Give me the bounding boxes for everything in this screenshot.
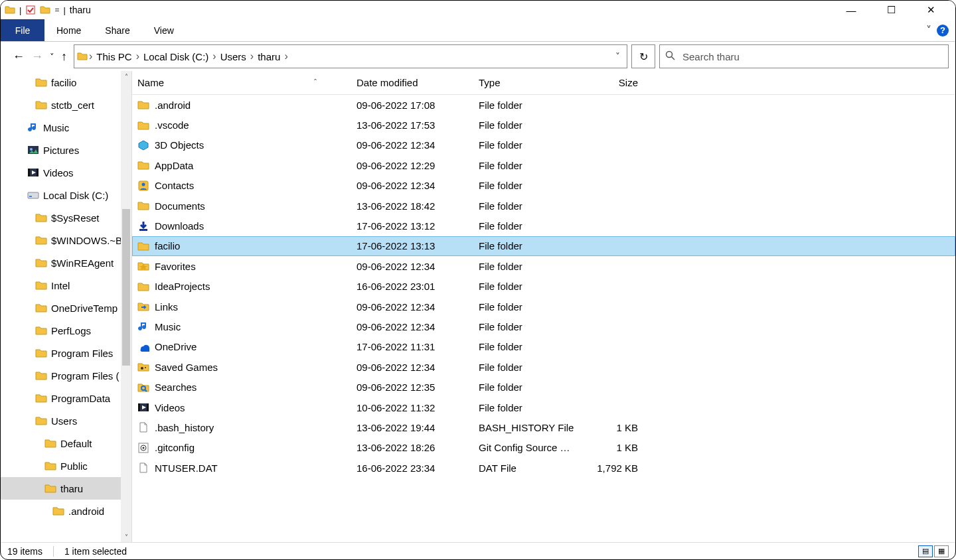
column-date[interactable]: Date modified xyxy=(357,77,479,88)
tree-item[interactable]: Users xyxy=(1,409,121,432)
nav-back-button[interactable]: ← xyxy=(13,50,25,64)
table-row[interactable]: Saved Games09-06-2022 12:34File folder xyxy=(132,357,955,377)
maximize-button[interactable]: ☐ xyxy=(880,2,902,18)
table-row[interactable]: Contacts09-06-2022 12:34File folder xyxy=(132,176,955,196)
breadcrumb-sep-icon[interactable]: › xyxy=(283,50,289,62)
title-bar[interactable]: | = | tharu — ☐ ✕ xyxy=(1,1,955,19)
table-row[interactable]: OneDrive17-06-2022 11:31File folder xyxy=(132,337,955,357)
breadcrumb-local-disk[interactable]: Local Disk (C:) xyxy=(141,51,211,62)
breadcrumb-sep-icon[interactable]: › xyxy=(88,50,94,62)
tree-item[interactable]: $WINDOWS.~B xyxy=(1,229,121,251)
refresh-button[interactable]: ↻ xyxy=(631,44,655,68)
table-row[interactable]: facilio17-06-2022 13:13File folder xyxy=(132,236,955,256)
tree-item[interactable]: PerfLogs xyxy=(1,319,121,342)
search-input[interactable]: Search tharu xyxy=(659,44,949,68)
close-button[interactable]: ✕ xyxy=(919,2,942,18)
breadcrumb-this-pc[interactable]: This PC xyxy=(94,51,134,62)
column-type[interactable]: Type xyxy=(479,77,581,88)
address-bar[interactable]: › This PC › Local Disk (C:) › Users › th… xyxy=(74,44,627,68)
cell-type: File folder xyxy=(479,119,581,131)
nav-forward-button[interactable]: → xyxy=(31,50,43,64)
tab-share[interactable]: Share xyxy=(93,19,141,41)
tree-item[interactable]: $WinREAgent xyxy=(1,251,121,274)
breadcrumb-sep-icon[interactable]: › xyxy=(211,50,217,62)
table-row[interactable]: .vscode13-06-2022 17:53File folder xyxy=(132,115,955,135)
table-row[interactable]: .android09-06-2022 17:08File folder xyxy=(132,95,955,115)
qat-dropdown[interactable]: = xyxy=(54,5,59,15)
tree-item[interactable]: Public xyxy=(1,455,121,477)
table-row[interactable]: Links09-06-2022 12:34File folder xyxy=(132,297,955,316)
column-name[interactable]: Name ˆ xyxy=(137,77,357,88)
table-row[interactable]: Documents13-06-2022 18:42File folder xyxy=(132,196,955,216)
tab-home[interactable]: Home xyxy=(44,19,93,41)
table-row[interactable]: Searches09-06-2022 12:35File folder xyxy=(132,377,955,397)
explorer-window: | = | tharu — ☐ ✕ File Home Share View ˅… xyxy=(0,0,956,560)
tree-item[interactable]: ProgramData xyxy=(1,387,121,409)
help-icon[interactable]: ? xyxy=(937,25,949,36)
nav-up-button[interactable]: ↑ xyxy=(61,50,67,64)
cell-date: 09-06-2022 12:35 xyxy=(357,382,479,393)
tree-item-label: Pictures xyxy=(43,145,79,156)
table-row[interactable]: NTUSER.DAT16-06-2022 23:34DAT File1,792 … xyxy=(132,458,955,478)
breadcrumb-sep-icon[interactable]: › xyxy=(249,50,255,62)
breadcrumb-users[interactable]: Users xyxy=(218,51,249,62)
table-row[interactable]: .gitconfig13-06-2022 18:26Git Config Sou… xyxy=(132,438,955,458)
tree-item[interactable]: $SysReset xyxy=(1,206,121,229)
table-row[interactable]: Videos10-06-2022 11:32File folder xyxy=(132,397,955,417)
table-row[interactable]: Downloads17-06-2022 13:12File folder xyxy=(132,216,955,236)
view-details-button[interactable]: ▤ xyxy=(918,545,933,557)
tree-item-label: Program Files ( xyxy=(51,370,120,382)
scroll-thumb[interactable] xyxy=(122,209,130,366)
breadcrumb-sep-icon[interactable]: › xyxy=(135,50,141,62)
address-dropdown-icon[interactable]: ˅ xyxy=(615,51,620,62)
table-row[interactable]: Music09-06-2022 12:34File folder xyxy=(132,316,955,336)
tree-scrollbar[interactable]: ˄ ˅ xyxy=(121,71,131,542)
table-row[interactable]: IdeaProjects16-06-2022 23:01File folder xyxy=(132,277,955,297)
tree-item[interactable]: tharu xyxy=(1,477,121,500)
table-row[interactable]: AppData09-06-2022 12:29File folder xyxy=(132,155,955,175)
table-row[interactable]: .bash_history13-06-2022 19:44BASH_HISTOR… xyxy=(132,417,955,437)
tree-item[interactable]: .android xyxy=(1,500,121,522)
expand-ribbon-icon[interactable]: ˅ xyxy=(926,24,931,36)
file-list[interactable]: .android09-06-2022 17:08File folder.vsco… xyxy=(132,95,955,542)
3d-icon xyxy=(137,139,149,151)
nav-tree[interactable]: faciliostctb_certMusicPicturesVideosLoca… xyxy=(1,71,121,542)
file-name: .bash_history xyxy=(155,422,214,433)
scroll-up-icon[interactable]: ˄ xyxy=(121,71,131,82)
tree-item[interactable]: Videos xyxy=(1,161,121,184)
cell-name: Contacts xyxy=(137,180,357,192)
table-row[interactable]: Favorites09-06-2022 12:34File folder xyxy=(132,256,955,276)
folder-icon xyxy=(35,257,47,269)
view-large-button[interactable]: ▦ xyxy=(934,545,949,557)
tree-item[interactable]: Program Files xyxy=(1,342,121,364)
table-row[interactable]: 3D Objects09-06-2022 12:34File folder xyxy=(132,135,955,155)
file-name: Music xyxy=(155,321,181,332)
tree-item[interactable]: Music xyxy=(1,116,121,139)
tree-item[interactable]: facilio xyxy=(1,71,121,94)
tree-item[interactable]: stctb_cert xyxy=(1,94,121,116)
tree-item[interactable]: Default xyxy=(1,432,121,455)
file-icon xyxy=(137,421,149,433)
qat-properties-icon[interactable] xyxy=(25,5,36,15)
tree-item-label: tharu xyxy=(60,483,83,494)
tree-item-label: Intel xyxy=(51,280,70,291)
minimize-button[interactable]: — xyxy=(840,2,862,18)
cell-type: BASH_HISTORY File xyxy=(479,422,581,433)
tree-item-label: Local Disk (C:) xyxy=(43,190,108,201)
music-icon xyxy=(27,121,39,133)
scroll-down-icon[interactable]: ˅ xyxy=(121,531,131,542)
tab-file[interactable]: File xyxy=(1,19,44,41)
window-title: tharu xyxy=(70,5,91,15)
tree-item[interactable]: OneDriveTemp xyxy=(1,297,121,319)
file-name: Documents xyxy=(155,200,205,212)
cell-size: 1,792 KB xyxy=(581,462,645,474)
disk-icon xyxy=(27,189,39,201)
tree-item[interactable]: Program Files ( xyxy=(1,364,121,387)
nav-recent-dropdown[interactable]: ˅ xyxy=(50,52,54,62)
tree-item[interactable]: Pictures xyxy=(1,139,121,161)
tree-item[interactable]: Intel xyxy=(1,274,121,297)
column-size[interactable]: Size xyxy=(581,77,645,88)
breadcrumb-tharu[interactable]: tharu xyxy=(255,51,283,62)
tab-view[interactable]: View xyxy=(142,19,186,41)
tree-item[interactable]: Local Disk (C:) xyxy=(1,184,121,206)
